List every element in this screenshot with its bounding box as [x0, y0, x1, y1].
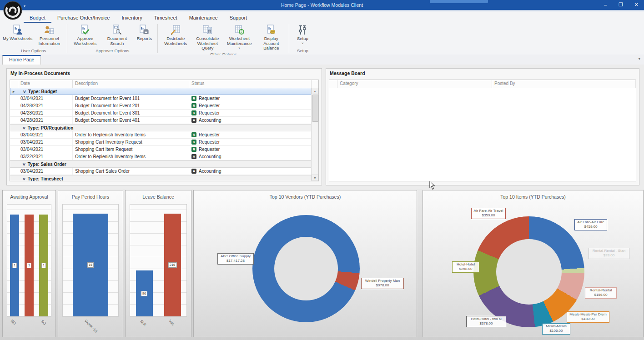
distribute-worksheets-button[interactable]: Distribute Worksheets [160, 24, 191, 46]
row-indicator [10, 125, 18, 131]
scroll-up-icon[interactable]: ▲ [312, 88, 318, 94]
ribbon-tab-bar: Budget Purchase Order/Invoice Inventory … [24, 13, 253, 23]
ribbon-tab-budget[interactable]: Budget [24, 13, 51, 23]
table-row[interactable]: 03/04/2021Shopping Cart Sales OrderAAcco… [10, 168, 312, 175]
button-label: Reports [137, 36, 152, 41]
ribbon-group-label: Setup [290, 48, 315, 54]
plot-area: 111 [7, 204, 51, 317]
ribbon-tab-maintenance[interactable]: Maintenance [183, 13, 224, 23]
vertical-scrollbar[interactable]: ▲ ▼ [311, 88, 318, 181]
column-header-date[interactable]: Date [18, 80, 73, 88]
ribbon-tab-inventory[interactable]: Inventory [116, 13, 148, 23]
table-row[interactable]: 03/04/2021Budget Document for Event 101R… [10, 95, 312, 102]
group-label: Type: Budget [28, 89, 57, 94]
table-row[interactable]: 03/04/2021Shopping Cart Item RequestRReq… [10, 146, 312, 153]
scroll-down-icon[interactable]: ▼ [312, 175, 318, 181]
donut-callout: Windell Property Man$978.00 [361, 278, 404, 289]
ribbon-tab-timesheet[interactable]: Timesheet [148, 13, 183, 23]
group-row[interactable]: ▸∨Type: Budget [10, 88, 312, 95]
quick-access-caret-icon[interactable]: ▾ [24, 4, 25, 8]
cell-status: RRequester [189, 110, 312, 116]
bar: 1 [10, 215, 19, 316]
donut-hole [496, 239, 562, 305]
donut-hole [274, 237, 338, 300]
in-process-documents-panel: My In-Process Documents Date Description… [6, 68, 322, 185]
chart-title: Pay Period Hours [58, 190, 123, 200]
bar-column: 16 [73, 205, 108, 316]
cell-date: 03/04/2021 [18, 146, 73, 153]
column-header-posted-by[interactable]: Posted By [492, 80, 636, 88]
personnel-information-button[interactable]: Personnel Information [33, 24, 65, 46]
minimize-button[interactable]: – [598, 0, 613, 10]
donut-callout: Rental-Rental - Stan$28.00 [589, 248, 629, 259]
column-header-status[interactable]: Status [189, 80, 312, 88]
ribbon-tab-purchase-order-invoice[interactable]: Purchase Order/Invoice [51, 13, 116, 23]
ribbon-tab-support[interactable]: Support [224, 13, 253, 23]
bar-column: 216 [164, 205, 181, 316]
setup-sliders-icon [297, 24, 308, 36]
table-row[interactable]: 03/22/2021Order to Replenish Inventory I… [10, 153, 312, 160]
callout-value: $17,417.28 [219, 259, 252, 263]
donut [252, 215, 360, 322]
ribbon-group-label: Approver Options [68, 48, 156, 54]
ribbon-group-other-options: Distribute Worksheets Consolidate Worksh… [159, 23, 288, 54]
in-process-table-body: ▸∨Type: Budget03/04/2021Budget Document … [10, 88, 312, 181]
reports-button[interactable]: Reports [133, 24, 156, 42]
tab-home-page[interactable]: Home Page [2, 55, 41, 65]
display-account-balance-button[interactable]: Display Account Balance [255, 24, 287, 51]
cell-status: RRequester [189, 95, 312, 102]
row-indicator [10, 117, 18, 124]
tab-list-chevron-icon[interactable]: ▾ [638, 56, 640, 61]
ribbon-group-user-options: My Worksheets Personnel Information User… [1, 23, 66, 54]
group-row[interactable]: ∨Type: Timesheet [10, 175, 312, 181]
table-row[interactable]: 03/04/2021Order to Replenish Inventory I… [10, 131, 312, 139]
table-row[interactable]: 04/28/2021Budget Document for Event 301R… [10, 110, 312, 117]
bar-column: 1 [25, 205, 34, 316]
worksheet-maintenance-button[interactable]: Worksheet Maintenance ˅ [223, 24, 255, 50]
my-worksheets-button[interactable]: My Worksheets [2, 24, 33, 42]
setup-button[interactable]: Setup ˅ [291, 24, 314, 45]
ribbon-divider [289, 24, 289, 53]
callout-label: Rental-Rental - Stan [590, 249, 628, 253]
consolidate-worksheet-query-button[interactable]: Consolidate Worksheet Query [191, 24, 223, 51]
bar: 1 [39, 215, 48, 316]
top-vendors-chart: Top 10 Vendors (YTD Purchases) ABC Offic… [193, 190, 417, 337]
bar: 96 [136, 270, 153, 316]
selected-row-arrow-icon: ▸ [13, 90, 15, 94]
maximize-button[interactable]: ❐ [613, 0, 629, 10]
table-row[interactable]: 04/28/2021Budget Document for Event 401A… [10, 117, 312, 124]
ribbon-group-setup: Setup ˅ Setup [290, 23, 315, 54]
group-row[interactable]: ∨Type: PO/Requisition [10, 124, 312, 131]
bar-column: 1 [39, 205, 48, 316]
close-button[interactable]: ✕ [629, 0, 644, 10]
bar-value-label: 1 [27, 263, 31, 268]
leave-balance-chart: Leave Balance 96216 SickVac [125, 190, 191, 337]
callout-label: Hotel-Hotel - two N [468, 317, 505, 321]
column-header-category[interactable]: Category [337, 80, 492, 88]
cell-description: Budget Document for Event 201 [73, 102, 189, 109]
approve-worksheets-icon [79, 24, 91, 36]
status-text: Requester [199, 132, 220, 137]
ribbon-group-approver-options: Approve Worksheets Document Search Repor… [68, 23, 156, 54]
group-row[interactable]: ∨Type: Sales Order [10, 160, 312, 168]
cell-date: 04/28/2021 [18, 117, 73, 124]
ribbon-divider [67, 24, 67, 53]
column-header-description[interactable]: Description [73, 80, 189, 88]
cell-status: RRequester [189, 131, 312, 138]
table-row[interactable]: 04/28/2021Budget Document for Event 201R… [10, 102, 312, 110]
cell-date: 03/04/2021 [18, 139, 73, 145]
row-indicator [10, 95, 18, 102]
group-label-cell: ∨Type: PO/Requisition [18, 125, 312, 131]
row-indicator [10, 139, 18, 145]
row-indicator-header [329, 80, 337, 88]
approve-worksheets-button[interactable]: Approve Worksheets [69, 24, 101, 46]
scrollbar-thumb[interactable] [312, 95, 318, 122]
app-logo-icon[interactable] [3, 1, 22, 20]
awaiting-approval-chart: Awaiting Approval 111 BDSO [2, 190, 56, 337]
document-search-button[interactable]: Document Search [101, 24, 133, 46]
x-axis-label: Sick [139, 319, 147, 327]
group-label-cell: ∨Type: Timesheet [18, 175, 312, 181]
table-row[interactable]: 03/04/2021Shopping Cart Inventory Reques… [10, 139, 312, 146]
cell-status: RRequester [189, 139, 312, 145]
callout-label: Rental-Rental [586, 288, 615, 293]
